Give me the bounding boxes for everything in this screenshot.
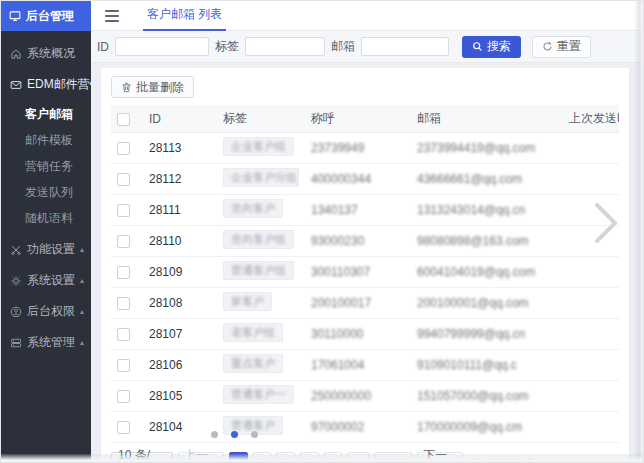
sidebar-item-send-queue[interactable]: 发送队列	[1, 179, 91, 205]
topbar: 客户邮箱 列表	[91, 1, 643, 31]
col-header-name: 称呼	[305, 105, 411, 133]
col-header-lastsent: 上次发送时间	[563, 105, 619, 133]
next-page-button[interactable]: 下一页	[417, 452, 463, 463]
tag-chip: 老客户组	[223, 323, 283, 342]
sidebar-item-system-management[interactable]: 系统管理 ▴	[1, 327, 91, 358]
cell-name: 23739949	[305, 133, 411, 164]
cell-last-sent	[563, 381, 619, 412]
tag-chip-label: 新客户	[231, 295, 264, 307]
tag-chip-label: 普通客户一	[231, 388, 286, 400]
page-button[interactable]: 2811	[374, 452, 412, 463]
tag-chip: 新客户	[223, 292, 272, 311]
sidebar-item-label: 功能设置	[27, 241, 75, 258]
row-checkbox[interactable]	[117, 266, 130, 279]
tab-customer-mail-list[interactable]: 客户邮箱 列表	[143, 1, 226, 31]
table-body: 28113企业客户组237399492373994419@qq.com28112…	[111, 133, 619, 443]
chevron-up-icon: ▴	[80, 246, 84, 254]
carousel-dot[interactable]	[231, 431, 238, 438]
row-checkbox[interactable]	[117, 204, 130, 217]
tag-chip: 普通客户一	[223, 385, 294, 404]
page-button[interactable]: 4	[300, 452, 319, 463]
sidebar-item-overview[interactable]: 系统概况	[1, 38, 91, 69]
table-row: 28110意向客户组9300023098080898@163.com	[111, 226, 619, 257]
tag-chip: 企业客户组	[223, 137, 294, 156]
row-checkbox[interactable]	[117, 421, 130, 434]
row-checkbox[interactable]	[117, 390, 130, 403]
carousel-dot[interactable]	[211, 431, 218, 438]
cell-email: 170000009@qq.cm	[411, 412, 563, 443]
page-button[interactable]: 1	[229, 452, 248, 463]
table-row: 28112企业客户分组40000034443666661@qq.com	[111, 164, 619, 195]
next-panel-chevron-icon[interactable]	[591, 199, 621, 247]
customer-email-table: ID 标签 称呼 邮箱 上次发送时间 28113企业客户组23739949237…	[111, 105, 619, 443]
row-checkbox[interactable]	[117, 173, 130, 186]
tag-field-label: 标签	[215, 38, 239, 55]
cell-last-sent	[563, 350, 619, 381]
cell-id: 28111	[143, 195, 217, 226]
row-checkbox[interactable]	[117, 235, 130, 248]
batch-delete-label: 批量删除	[136, 79, 184, 96]
table-row: 28109普通客户组3001103076004104019@qq.com	[111, 257, 619, 288]
refresh-icon	[542, 41, 553, 52]
email-field[interactable]	[361, 37, 449, 56]
carousel-dot[interactable]	[251, 431, 258, 438]
cell-email: 98080898@163.com	[411, 226, 563, 257]
row-checkbox[interactable]	[117, 142, 130, 155]
search-bar: ID 标签 邮箱 搜索 重置	[91, 31, 643, 63]
batch-delete-button[interactable]: 批量删除	[111, 76, 194, 98]
sidebar-item-system-settings[interactable]: 系统设置 ▴	[1, 265, 91, 296]
page-button[interactable]: 3	[276, 452, 295, 463]
tag-field[interactable]	[245, 37, 325, 56]
row-checkbox[interactable]	[117, 359, 130, 372]
tag-chip-label: 意向客户	[231, 202, 275, 214]
tag-chip: 意向客户	[223, 199, 283, 218]
tag-chip: 普通客户组	[223, 261, 294, 280]
page-size-select[interactable]: 10 条/页	[111, 452, 173, 463]
sidebar-item-admin-permissions[interactable]: 后台权限 ▴	[1, 296, 91, 327]
sidebar-item-marketing-task[interactable]: 营销任务	[1, 153, 91, 179]
sub-item-label: 客户邮箱	[25, 106, 73, 123]
tag-chip: 意向客户组	[223, 230, 294, 249]
cell-name: 1340137	[305, 195, 411, 226]
gear-icon	[10, 275, 22, 287]
col-header-tag: 标签	[217, 105, 305, 133]
sidebar-item-mail-template[interactable]: 邮件模板	[1, 127, 91, 153]
tag-chip-label: 意向客户组	[231, 233, 286, 245]
cell-last-sent	[563, 288, 619, 319]
select-all-checkbox[interactable]	[117, 113, 130, 126]
cell-name: 200100017	[305, 288, 411, 319]
sidebar-item-customer-mail[interactable]: 客户邮箱	[1, 101, 91, 127]
sidebar-item-label: 系统设置	[27, 272, 75, 289]
id-field[interactable]	[115, 37, 209, 56]
id-field-label: ID	[97, 40, 109, 54]
trash-icon	[121, 82, 132, 93]
admin-window: 后台管理 系统概况 EDM邮件营销 ▾ 客户邮箱	[0, 0, 644, 463]
brand-label: 后台管理	[26, 8, 74, 25]
brand-header[interactable]: 后台管理	[1, 1, 91, 31]
chevron-up-icon: ▴	[80, 308, 84, 316]
search-button[interactable]: 搜索	[462, 36, 521, 58]
sidebar-item-function-settings[interactable]: 功能设置 ▴	[1, 234, 91, 265]
sidebar-item-random-corpus[interactable]: 随机语料	[1, 205, 91, 231]
table-card: 批量删除 ID 标签 称呼 邮箱 上次发送时间	[101, 68, 629, 463]
sidebar-item-edm[interactable]: EDM邮件营销 ▾	[1, 69, 91, 100]
tag-chip-label: 老客户组	[231, 326, 275, 338]
col-header-email: 邮箱	[411, 105, 563, 133]
page-size-label: 10 条/页	[118, 447, 158, 463]
page-list: 12345...2811	[229, 452, 412, 463]
main-area: 客户邮箱 列表 ID 标签 邮箱 搜索 重置	[91, 1, 643, 462]
table-row: 28108新客户200100017200100001@qq.com	[111, 288, 619, 319]
search-button-label: 搜索	[487, 38, 511, 55]
cell-email: 43666661@qq.com	[411, 164, 563, 195]
server-icon	[10, 337, 22, 349]
prev-page-button[interactable]: 上一页	[178, 452, 224, 463]
sidebar-item-label: 后台权限	[27, 303, 75, 320]
row-checkbox[interactable]	[117, 297, 130, 310]
reset-button[interactable]: 重置	[532, 36, 591, 58]
cell-last-sent	[563, 319, 619, 350]
cell-last-sent	[563, 257, 619, 288]
page-button[interactable]: 2	[253, 452, 272, 463]
row-checkbox[interactable]	[117, 328, 130, 341]
hamburger-menu-icon[interactable]	[105, 10, 119, 22]
page-button[interactable]: 5	[324, 452, 343, 463]
